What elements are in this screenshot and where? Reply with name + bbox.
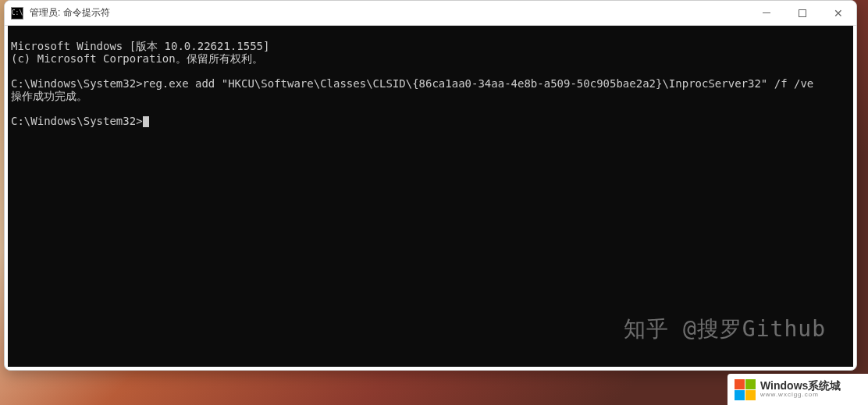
maximize-button[interactable] bbox=[784, 1, 820, 25]
logo-square bbox=[745, 390, 756, 400]
close-icon: ✕ bbox=[834, 8, 843, 19]
close-button[interactable]: ✕ bbox=[820, 1, 856, 25]
window-controls: ✕ bbox=[749, 1, 856, 25]
cursor bbox=[143, 116, 149, 127]
logo-square bbox=[735, 379, 745, 389]
minimize-button[interactable] bbox=[749, 1, 784, 25]
terminal-line: C:\Windows\System32>reg.exe add "HKCU\So… bbox=[11, 77, 813, 90]
minimize-icon bbox=[763, 12, 770, 13]
site-logo-watermark: Windows系统城 www.wxclgg.com bbox=[727, 374, 868, 405]
terminal-prompt: C:\Windows\System32> bbox=[11, 115, 143, 127]
windows-logo-icon bbox=[734, 378, 756, 400]
logo-url: www.wxclgg.com bbox=[760, 392, 841, 399]
logo-square bbox=[745, 379, 756, 389]
logo-square bbox=[735, 390, 745, 400]
logo-title: Windows系统城 bbox=[760, 380, 841, 392]
terminal-line: (c) Microsoft Corporation。保留所有权利。 bbox=[11, 52, 263, 65]
logo-text: Windows系统城 www.wxclgg.com bbox=[760, 380, 841, 399]
terminal-line: Microsoft Windows [版本 10.0.22621.1555] bbox=[11, 40, 269, 52]
command-prompt-window: C:\ 管理员: 命令提示符 ✕ Microsoft Windows [版本 1… bbox=[4, 0, 857, 371]
terminal-output[interactable]: Microsoft Windows [版本 10.0.22621.1555] (… bbox=[8, 26, 853, 367]
cmd-icon: C:\ bbox=[11, 7, 23, 20]
titlebar[interactable]: C:\ 管理员: 命令提示符 ✕ bbox=[5, 1, 856, 26]
maximize-icon bbox=[799, 9, 806, 17]
terminal-line: 操作成功完成。 bbox=[11, 90, 87, 102]
window-title: 管理员: 命令提示符 bbox=[30, 6, 749, 20]
zhihu-watermark: 知乎 @搜罗Github bbox=[624, 323, 826, 336]
